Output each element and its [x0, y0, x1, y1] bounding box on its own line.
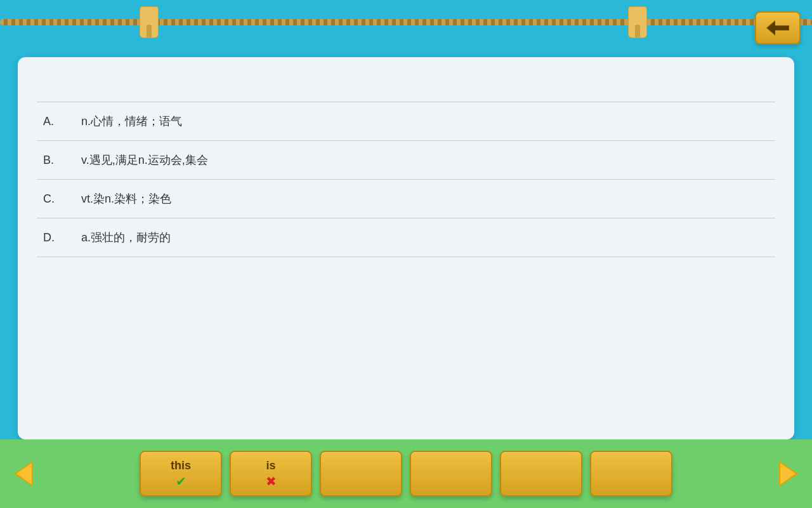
back-icon [765, 18, 790, 38]
option-letter: D. [43, 231, 81, 244]
option-text: a.强壮的，耐劳的 [81, 230, 171, 245]
back-button[interactable] [755, 11, 801, 44]
option-letter: A. [43, 115, 81, 128]
tile-status-icon: ✖ [266, 474, 277, 489]
word-tiles: this✔is✖ [41, 451, 771, 497]
option-text: v.遇见,满足n.运动会,集会 [81, 152, 208, 168]
tile-status-icon: ✔ [176, 474, 187, 489]
bottom-toolbar: this✔is✖ [0, 439, 812, 508]
tile-label: is [266, 459, 275, 472]
word-tile-3[interactable] [410, 451, 492, 497]
option-list: A. n.心情，情绪；语气B. v.遇见,满足n.运动会,集会C. vt.染n.… [37, 102, 775, 257]
option-text: n.心情，情绪；语气 [81, 114, 182, 129]
rope-area [0, 0, 812, 51]
word-tile-5[interactable] [590, 451, 672, 497]
main-card: A. n.心情，情绪；语气B. v.遇见,满足n.运动会,集会C. vt.染n.… [18, 57, 794, 439]
rope [0, 19, 812, 25]
option-item-b[interactable]: B. v.遇见,满足n.运动会,集会 [37, 141, 775, 180]
prev-arrow-icon [8, 458, 39, 490]
tile-label: this [171, 459, 191, 472]
option-letter: B. [43, 154, 81, 167]
word-tile-1[interactable]: is✖ [230, 451, 312, 497]
next-arrow-icon [773, 458, 804, 490]
svg-marker-3 [16, 463, 32, 485]
prev-button[interactable] [6, 457, 41, 491]
option-item-a[interactable]: A. n.心情，情绪；语气 [37, 102, 775, 141]
svg-marker-1 [768, 22, 789, 34]
option-item-c[interactable]: C. vt.染n.染料；染色 [37, 180, 775, 218]
option-letter: C. [43, 192, 81, 206]
option-item-d[interactable]: D. a.强壮的，耐劳的 [37, 218, 775, 257]
clothespin-right [628, 6, 647, 38]
word-tile-2[interactable] [320, 451, 402, 497]
next-button[interactable] [771, 457, 806, 491]
option-text: vt.染n.染料；染色 [81, 191, 171, 206]
word-tile-4[interactable] [500, 451, 582, 497]
svg-marker-5 [780, 463, 796, 485]
clothespin-left [140, 6, 159, 38]
word-tile-0[interactable]: this✔ [140, 451, 222, 497]
